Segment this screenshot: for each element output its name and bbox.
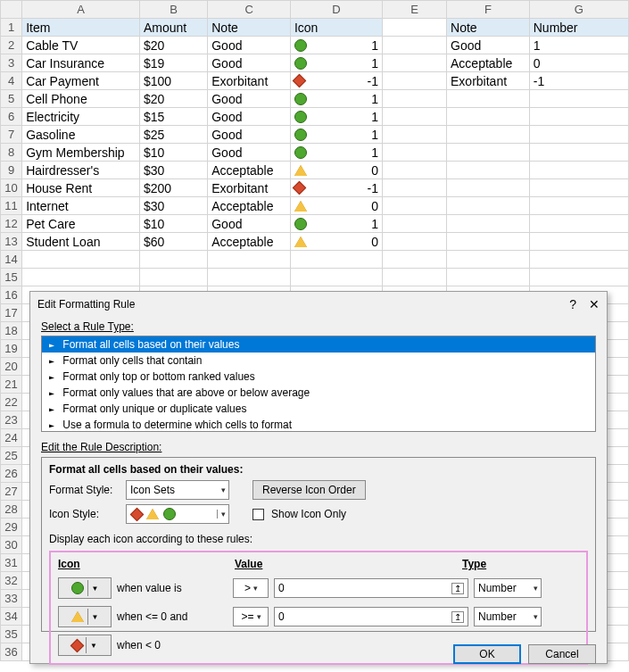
cell[interactable]: Good (208, 126, 291, 144)
rule-type-item[interactable]: ► Format only unique or duplicate values (42, 401, 595, 417)
cell[interactable] (529, 215, 628, 233)
cell[interactable] (447, 269, 530, 286)
cell[interactable] (382, 179, 446, 197)
icon-select-combo[interactable]: ▼ (58, 606, 112, 627)
cell[interactable]: $20 (140, 90, 208, 108)
type-combo[interactable]: Number▾ (474, 607, 542, 626)
cell[interactable]: Acceptable (208, 233, 291, 251)
col-header[interactable]: B (140, 1, 208, 19)
icon-select-combo[interactable]: ▼ (58, 577, 112, 599)
cell[interactable] (447, 126, 530, 144)
cell[interactable] (447, 90, 530, 108)
row-header[interactable]: 23 (1, 411, 22, 429)
row-header[interactable]: 14 (1, 251, 22, 269)
row-header[interactable]: 16 (1, 286, 22, 304)
cell[interactable] (447, 233, 530, 251)
row-header[interactable]: 21 (1, 376, 22, 394)
rule-type-item[interactable]: ► Format only cells that contain (42, 353, 595, 369)
cell[interactable] (447, 108, 530, 126)
cell[interactable]: $60 (140, 233, 208, 251)
operator-combo[interactable]: >▾ (233, 578, 269, 598)
cell[interactable]: Acceptable (208, 197, 291, 215)
row-header[interactable]: 13 (1, 233, 22, 251)
row-header[interactable]: 19 (1, 340, 22, 358)
operator-combo[interactable]: >=▾ (233, 607, 269, 626)
row-header[interactable]: 22 (1, 394, 22, 411)
cell[interactable] (529, 90, 628, 108)
cell[interactable]: 1 (290, 108, 382, 126)
cell[interactable]: Car Payment (22, 72, 140, 90)
format-style-combo[interactable]: Icon Sets▾ (126, 480, 229, 500)
cell[interactable]: Good (447, 37, 530, 54)
cell[interactable] (382, 54, 446, 72)
cell[interactable]: 1 (290, 126, 382, 144)
cell[interactable] (447, 215, 530, 233)
row-header[interactable]: 32 (1, 572, 22, 590)
cell[interactable] (382, 19, 446, 37)
cell[interactable]: Note (208, 19, 291, 37)
row-header[interactable]: 25 (1, 447, 22, 465)
cell[interactable] (22, 269, 140, 286)
col-header[interactable]: F (447, 1, 530, 19)
cell[interactable] (208, 251, 291, 269)
cell[interactable] (382, 233, 446, 251)
row-header[interactable]: 31 (1, 554, 22, 572)
range-selector-icon[interactable]: ↥ (451, 583, 464, 594)
cell[interactable]: -1 (290, 72, 382, 90)
cell[interactable]: Cable TV (22, 37, 140, 54)
cell[interactable] (382, 269, 446, 286)
reverse-icon-order-button[interactable]: Reverse Icon Order (252, 480, 366, 500)
col-header[interactable]: D (290, 1, 382, 19)
cell[interactable]: Internet (22, 197, 140, 215)
cell[interactable]: 0 (529, 54, 628, 72)
cell[interactable] (382, 90, 446, 108)
cell[interactable] (382, 215, 446, 233)
cell[interactable]: Good (208, 37, 291, 54)
row-header[interactable]: 12 (1, 215, 22, 233)
cell[interactable] (382, 144, 446, 162)
cell[interactable]: Exorbitant (447, 72, 530, 90)
value-input[interactable]: 0↥ (274, 607, 468, 626)
row-header[interactable]: 34 (1, 608, 22, 626)
col-header[interactable]: G (529, 1, 628, 19)
row-header[interactable]: 2 (1, 37, 22, 54)
cell[interactable] (529, 197, 628, 215)
row-header[interactable]: 4 (1, 72, 22, 90)
cell[interactable]: -1 (290, 179, 382, 197)
row-header[interactable]: 30 (1, 536, 22, 554)
row-header[interactable]: 18 (1, 322, 22, 340)
cell[interactable] (529, 251, 628, 269)
cell[interactable]: $20 (140, 37, 208, 54)
col-header[interactable]: C (208, 1, 291, 19)
ok-button[interactable]: OK (453, 644, 521, 664)
row-header[interactable]: 8 (1, 144, 22, 162)
type-combo[interactable]: Number▾ (474, 578, 542, 598)
row-header[interactable]: 7 (1, 126, 22, 144)
row-header[interactable]: 11 (1, 197, 22, 215)
cell[interactable]: Car Insurance (22, 54, 140, 72)
cell[interactable]: 1 (290, 90, 382, 108)
corner-cell[interactable] (1, 1, 22, 19)
cell[interactable]: -1 (529, 72, 628, 90)
cell[interactable] (529, 144, 628, 162)
cancel-button[interactable]: Cancel (528, 644, 596, 664)
cell[interactable]: $200 (140, 179, 208, 197)
row-header[interactable]: 35 (1, 626, 22, 643)
cell[interactable]: 1 (290, 37, 382, 54)
cell[interactable]: 1 (290, 54, 382, 72)
cell[interactable]: 1 (290, 215, 382, 233)
cell[interactable]: Student Loan (22, 233, 140, 251)
cell[interactable] (529, 126, 628, 144)
cell[interactable] (382, 72, 446, 90)
cell[interactable] (447, 179, 530, 197)
row-header[interactable]: 26 (1, 465, 22, 483)
cell[interactable] (140, 269, 208, 286)
row-header[interactable]: 20 (1, 358, 22, 376)
row-header[interactable]: 1 (1, 19, 22, 37)
cell[interactable] (529, 179, 628, 197)
cell[interactable]: Acceptable (447, 54, 530, 72)
row-header[interactable]: 6 (1, 108, 22, 126)
row-header[interactable]: 36 (1, 643, 22, 661)
cell[interactable] (208, 269, 291, 286)
cell[interactable]: Gasoline (22, 126, 140, 144)
